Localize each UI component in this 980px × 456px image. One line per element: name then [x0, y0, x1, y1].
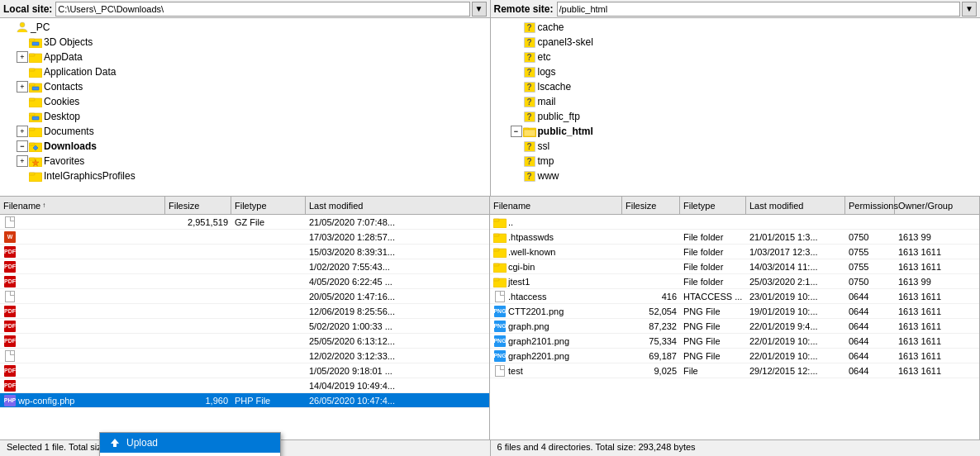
tree-item-label: Contacts	[44, 81, 83, 93]
local-file-row[interactable]: PHPwp-config.php1,960PHP File26/05/2020 …	[0, 393, 489, 408]
local-file-row[interactable]: PDF1/02/2020 7:55:43...	[0, 259, 489, 274]
remote-col-header-filename[interactable]: Filename	[490, 197, 622, 214]
local-tree-item-downloads[interactable]: −Downloads	[0, 139, 490, 154]
local-tree-item-cookies[interactable]: Cookies	[0, 94, 490, 109]
remote-file-owner-cell: 1613 1611	[895, 321, 979, 331]
expand-icon[interactable]: −	[511, 126, 522, 137]
local-tree-item-appdata2[interactable]: Application Data	[0, 64, 490, 79]
local-file-panel: Filename ↑ Filesize Filetype Last modifi…	[0, 197, 490, 439]
svg-rect-36	[493, 264, 499, 266]
remote-file-row[interactable]: cgi-binFile folder14/03/2014 11:...07551…	[490, 259, 979, 274]
local-tree-area: _PC3D Objects+AppDataApplication Data+Co…	[0, 18, 490, 196]
remote-col-header-filetype[interactable]: Filetype	[680, 197, 746, 214]
remote-file-type-cell: HTACCESS ...	[680, 292, 746, 302]
local-file-list[interactable]: 2,951,519GZ File21/05/2020 7:07:48...W17…	[0, 215, 489, 439]
local-filesize-label: Filesize	[169, 201, 199, 211]
remote-tree-item-etc[interactable]: ?etc	[491, 50, 981, 64]
local-col-header-filesize[interactable]: Filesize	[165, 197, 231, 214]
local-file-row[interactable]: PDF1/05/2020 9:18:01 ...	[0, 363, 489, 378]
file-name-cell	[0, 290, 165, 303]
expand-icon[interactable]: +	[17, 155, 28, 167]
local-tree-scroll[interactable]: _PC3D Objects+AppDataApplication Data+Co…	[0, 18, 490, 196]
local-file-row[interactable]: W17/03/2020 1:28:57...	[0, 230, 489, 245]
local-file-row[interactable]: PDF25/05/2020 6:13:12...	[0, 334, 489, 349]
remote-tree-item-ssl[interactable]: ?ssl	[491, 139, 981, 154]
expand-icon[interactable]: +	[17, 51, 28, 63]
remote-file-name: .htaccess	[508, 292, 546, 302]
remote-file-row[interactable]: PNGCTT2201.png52,054PNG File19/01/2019 1…	[490, 304, 979, 319]
local-tree-item-3d[interactable]: 3D Objects	[0, 35, 490, 50]
remote-file-row[interactable]: PNGgraph.png87,232PNG File22/01/2019 9:4…	[490, 319, 979, 334]
menu-item-addqueue[interactable]: +Add files to queue	[100, 453, 280, 456]
remote-tree-item-public_ftp[interactable]: ?public_ftp	[491, 109, 981, 124]
remote-tree-item-cache[interactable]: ?cache	[491, 20, 981, 35]
local-site-dropdown[interactable]: ▼	[472, 2, 487, 17]
file-name-cell: PHPwp-config.php	[0, 394, 165, 407]
folder-icon	[29, 140, 42, 153]
remote-file-row[interactable]: .htpasswdsFile folder21/01/2015 1:3...07…	[490, 230, 979, 245]
expand-icon[interactable]: +	[17, 126, 28, 137]
remote-file-perm-cell: 0644	[845, 306, 895, 316]
remote-file-row[interactable]: .htaccess416HTACCESS ...23/01/2019 10:..…	[490, 289, 979, 304]
tree-item-label: etc	[538, 51, 551, 63]
tree-item-label: lscache	[538, 81, 572, 93]
remote-tree-item-cpanel3-skel[interactable]: ?cpanel3-skel	[491, 35, 981, 50]
local-file-row[interactable]: 2,951,519GZ File21/05/2020 7:07:48...	[0, 215, 489, 230]
local-site-path[interactable]	[55, 2, 469, 17]
remote-file-perm-cell: 0644	[845, 321, 895, 331]
local-file-row[interactable]: PDF5/02/2020 1:00:33 ...	[0, 319, 489, 334]
remote-tree-item-lscache[interactable]: ?lscache	[491, 79, 981, 94]
remote-tree-item-www[interactable]: ?www	[491, 169, 981, 183]
generic-file-icon	[5, 216, 15, 228]
remote-file-row[interactable]: ..	[490, 215, 979, 230]
remote-file-perm-cell: 0755	[845, 247, 895, 257]
local-col-header-filetype[interactable]: Filetype	[231, 197, 306, 214]
local-file-row[interactable]: 12/02/2020 3:12:33...	[0, 349, 489, 363]
remote-col-header-owner[interactable]: Owner/Group	[895, 197, 979, 214]
expand-icon[interactable]: −	[17, 140, 28, 152]
remote-file-type-cell: File	[680, 366, 746, 376]
remote-site-path[interactable]	[557, 2, 960, 17]
remote-tree-item-mail[interactable]: ?mail	[491, 94, 981, 109]
remote-file-row[interactable]: PNGgraph2201.png69,187PNG File22/01/2019…	[490, 349, 979, 363]
remote-file-perm-cell: 0644	[845, 366, 895, 376]
local-file-row[interactable]: PDF12/06/2019 8:25:56...	[0, 304, 489, 319]
remote-col-header-permissions[interactable]: Permissions	[845, 197, 895, 214]
svg-rect-17	[29, 128, 35, 131]
svg-rect-3	[32, 42, 39, 45]
local-file-row[interactable]: 20/05/2020 1:47:16...	[0, 289, 489, 304]
remote-tree-item-public_html[interactable]: −public_html	[491, 124, 981, 139]
local-file-row[interactable]: PDF14/04/2019 10:49:4...	[0, 378, 489, 393]
remote-file-row[interactable]: jtest1File folder25/03/2020 2:1...075016…	[490, 274, 979, 289]
remote-file-row[interactable]: .well-knownFile folder1/03/2017 12:3...0…	[490, 245, 979, 259]
local-tree-item-contacts[interactable]: +Contacts	[0, 79, 490, 94]
local-tree-item-intelpro[interactable]: IntelGraphicsProfiles	[0, 169, 490, 183]
local-col-header-filename[interactable]: Filename ↑	[0, 197, 165, 214]
file-name-cell: PDF	[0, 245, 165, 259]
local-tree-item-desktop[interactable]: Desktop	[0, 109, 490, 124]
tree-item-label: mail	[538, 96, 556, 107]
remote-tree-item-tmp[interactable]: ?tmp	[491, 154, 981, 169]
remote-file-list[interactable]: ...htpasswdsFile folder21/01/2015 1:3...…	[490, 215, 979, 439]
expand-icon[interactable]: +	[17, 81, 28, 93]
file-type-cell: PHP File	[231, 396, 306, 406]
remote-status: 6 files and 4 directories. Total size: 2…	[491, 440, 981, 456]
local-tree-item-documents[interactable]: +Documents	[0, 124, 490, 139]
local-tree-item-pc[interactable]: _PC	[0, 20, 490, 35]
remote-site-dropdown[interactable]: ▼	[962, 2, 977, 17]
local-tree-item-favorites[interactable]: +Favorites	[0, 154, 490, 169]
png-icon: PNG	[494, 335, 506, 347]
generic-file-icon	[495, 365, 505, 377]
remote-col-header-filesize[interactable]: Filesize	[622, 197, 680, 214]
remote-tree-item-logs[interactable]: ?logs	[491, 64, 981, 79]
file-date-cell: 21/05/2020 7:07:48...	[306, 217, 489, 227]
local-tree-item-appdata[interactable]: +AppData	[0, 50, 490, 64]
remote-tree-scroll[interactable]: ?cache?cpanel3-skel?etc?logs?lscache?mai…	[491, 18, 981, 196]
local-file-row[interactable]: PDF4/05/2020 6:22:45 ...	[0, 274, 489, 289]
remote-file-row[interactable]: PNGgraph2101.png75,334PNG File22/01/2019…	[490, 334, 979, 349]
remote-col-header-lastmod[interactable]: Last modified	[746, 197, 845, 214]
menu-item-upload[interactable]: Upload	[100, 433, 280, 453]
local-col-header-lastmod[interactable]: Last modified	[306, 197, 489, 214]
remote-file-row[interactable]: test9,025File29/12/2015 12:...06441613 1…	[490, 363, 979, 378]
local-file-row[interactable]: PDF15/03/2020 8:39:31...	[0, 245, 489, 259]
